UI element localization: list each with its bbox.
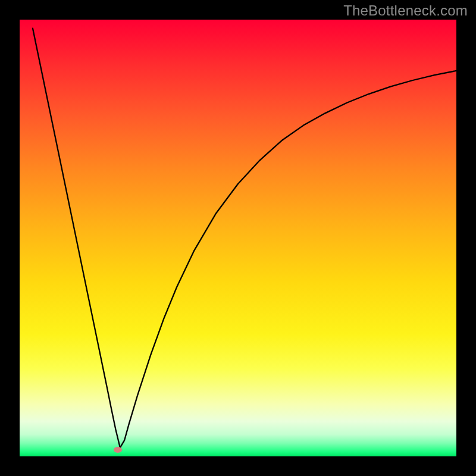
optimal-point-marker (114, 447, 122, 453)
curve-svg (20, 20, 456, 456)
chart-frame: TheBottleneck.com (0, 0, 476, 476)
bottleneck-curve (33, 29, 456, 448)
plot-area (20, 20, 456, 456)
watermark-label: TheBottleneck.com (343, 2, 468, 19)
